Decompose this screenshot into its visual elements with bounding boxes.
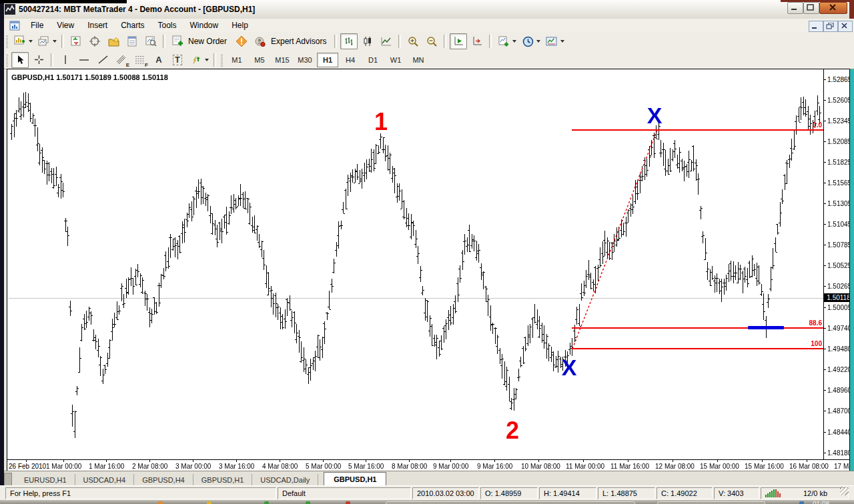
tab-eurusd-h1[interactable]: EURUSD,H1 <box>16 474 75 486</box>
crosshair-mode-button[interactable] <box>86 33 103 49</box>
title-bar[interactable]: 500427214: MBT MetaTrader 4 - Demo Accou… <box>0 0 854 19</box>
menu-insert[interactable]: Insert <box>81 19 114 31</box>
time-axis-label: 1 Mar 00:00 <box>46 463 81 470</box>
new-chart-button[interactable] <box>11 33 29 49</box>
zoom-in-button[interactable] <box>404 33 422 49</box>
minimize-button[interactable] <box>787 2 803 14</box>
new-order-label[interactable]: New Order <box>188 37 227 46</box>
line-chart-icon <box>381 36 392 47</box>
timeframe-d1[interactable]: D1 <box>362 53 384 67</box>
child-restore-button[interactable] <box>823 21 838 32</box>
cursor-tool-button[interactable] <box>11 52 29 68</box>
timeframe-h1[interactable]: H1 <box>317 53 338 67</box>
candlestick-mode-button[interactable] <box>359 33 376 49</box>
zoom-out-button[interactable] <box>423 33 440 49</box>
fib-dashed-trendline[interactable] <box>572 130 657 349</box>
wave-label-x[interactable]: X <box>647 104 663 127</box>
time-axis-label: 1 Mar 16:00 <box>89 463 124 470</box>
price-axis-tick <box>823 307 826 308</box>
candlestick-icon <box>362 36 373 47</box>
timeframe-m15[interactable]: M15 <box>272 53 293 67</box>
time-axis-tick <box>280 460 280 462</box>
profiles-button[interactable] <box>35 33 53 49</box>
taskbar-window-button[interactable] <box>657 501 765 504</box>
periods-button[interactable] <box>519 33 536 49</box>
horizontal-line-tool-button[interactable] <box>75 52 93 68</box>
menu-help[interactable]: Help <box>225 19 255 31</box>
templates-button[interactable] <box>543 33 560 49</box>
status-connection[interactable]: 12/0 kb <box>761 487 849 499</box>
resize-grip[interactable] <box>840 487 849 495</box>
menu-view[interactable]: View <box>50 19 81 31</box>
auto-scroll-button[interactable] <box>450 33 467 49</box>
chart-window[interactable]: 0.088.610012XX GBPUSD,H1 1.50171 1.50189… <box>7 69 850 471</box>
bar-chart-mode-button[interactable] <box>340 33 358 49</box>
maximize-button[interactable] <box>803 2 819 14</box>
taskbar-window-button[interactable] <box>386 501 635 504</box>
fib-level-line-88.6[interactable] <box>572 327 823 329</box>
time-axis-label: 3 Mar 16:00 <box>219 463 254 470</box>
timeframe-m30[interactable]: M30 <box>294 53 316 67</box>
favorites-button[interactable] <box>105 33 122 49</box>
tab-usdcad-daily[interactable]: USDCAD,Daily <box>252 474 318 486</box>
tab-gbpusd-h4[interactable]: GBPUSD,H4 <box>134 474 193 486</box>
child-close-button[interactable] <box>838 21 853 32</box>
fib-level-line-0.0[interactable] <box>572 129 823 131</box>
wave-label-x[interactable]: X <box>562 356 577 379</box>
template-icon <box>546 37 558 47</box>
line-chart-mode-button[interactable] <box>378 33 395 49</box>
quicklaunch-icon[interactable] <box>207 501 211 504</box>
fibonacci-tool-button[interactable]: F <box>131 52 149 68</box>
timeframe-m5[interactable]: M5 <box>249 53 270 67</box>
highlight-line-segment[interactable] <box>748 326 784 329</box>
quicklaunch-icon[interactable] <box>264 501 269 504</box>
close-button[interactable] <box>819 2 847 14</box>
menu-charts[interactable]: Charts <box>114 19 151 31</box>
menu-file[interactable]: File <box>24 19 50 31</box>
taskbar-clock: 01:08 <box>813 501 829 504</box>
quicklaunch-icon[interactable] <box>306 501 310 504</box>
new-order-button[interactable] <box>169 33 186 49</box>
wave-label-1[interactable]: 1 <box>374 110 388 134</box>
text-label-tool-button[interactable]: T <box>169 52 186 68</box>
chart-shift-button[interactable] <box>468 33 486 49</box>
toolbar-grip[interactable] <box>6 35 8 48</box>
fib-level-line-100[interactable] <box>572 348 823 349</box>
timeframe-m1[interactable]: M1 <box>226 53 248 67</box>
metaquotes-alert-button[interactable] <box>233 33 250 49</box>
indicators-button[interactable] <box>495 33 512 49</box>
arrows-tool-button[interactable] <box>187 52 205 68</box>
toolbar-grip[interactable] <box>6 53 8 67</box>
menu-window[interactable]: Window <box>183 19 226 31</box>
tab-usdcad-h4[interactable]: USDCAD,H4 <box>75 474 135 486</box>
equidistant-channel-tool-button[interactable]: E <box>113 52 130 68</box>
timeframe-mn[interactable]: MN <box>408 53 429 67</box>
time-axis-label: 9 Mar 00:00 <box>433 463 468 470</box>
wave-label-2[interactable]: 2 <box>506 419 519 443</box>
tab-gbpusd-h1[interactable]: GBPUSD,H1 <box>193 474 253 486</box>
child-minimize-button[interactable] <box>809 21 823 32</box>
expert-advisors-label[interactable]: Expert Advisors <box>271 37 326 46</box>
toolbar-separator <box>61 35 64 48</box>
timeframe-h4[interactable]: H4 <box>340 53 361 67</box>
price-axis-label: 1.48700 <box>827 407 850 415</box>
crosshair-tool-button[interactable] <box>30 52 47 68</box>
status-profile[interactable]: Default <box>278 487 411 499</box>
text-tool-button[interactable]: A <box>150 52 167 68</box>
trendline-tool-button[interactable] <box>94 52 111 68</box>
tab-scroll-notch[interactable] <box>4 473 12 486</box>
quicklaunch-icon[interactable] <box>158 501 163 504</box>
expert-advisors-button[interactable] <box>252 33 269 49</box>
toolbar-line-studies: E F A T M1 M5 M15 M30 H1 H4 D1 W1 MN <box>4 51 854 69</box>
toolbar-grip[interactable] <box>221 53 223 67</box>
data-window-button[interactable] <box>123 33 141 49</box>
vertical-line-tool-button[interactable] <box>57 52 74 68</box>
strategy-tester-button[interactable] <box>142 33 159 49</box>
tab-gbpusd-h1-active[interactable]: GBPUSD,H1 <box>324 472 386 486</box>
timeframe-w1[interactable]: W1 <box>385 53 406 67</box>
quicklaunch-icon[interactable] <box>346 501 350 504</box>
tray-icon[interactable] <box>799 501 804 504</box>
taskbar-sliver[interactable]: 01:08 <box>0 500 854 504</box>
market-watch-button[interactable] <box>67 33 85 49</box>
menu-tools[interactable]: Tools <box>151 19 183 31</box>
